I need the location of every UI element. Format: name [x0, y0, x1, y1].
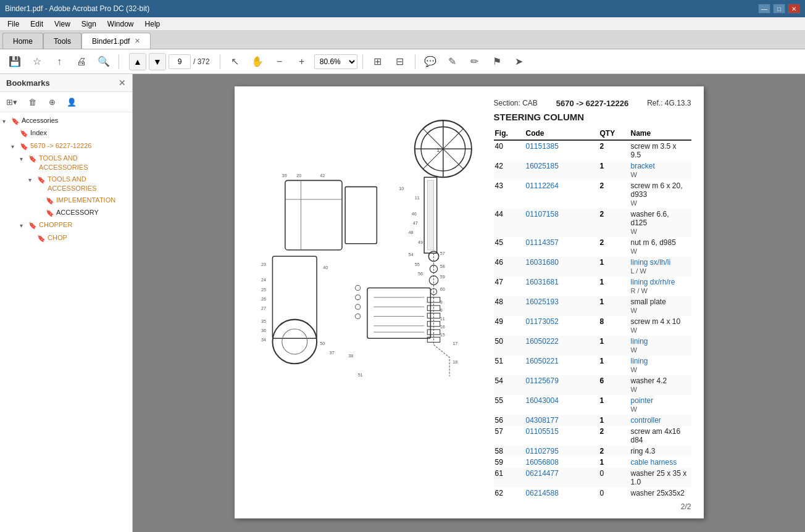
cell-code[interactable]: 01105515 [525, 426, 599, 446]
svg-text:11: 11 [440, 317, 444, 322]
sidebar-close-button[interactable]: ✕ [119, 78, 126, 88]
cell-qty: 1 [599, 276, 630, 296]
hand-icon: ✋ [251, 56, 264, 67]
cell-code[interactable]: 01107158 [525, 209, 599, 237]
window-controls: — □ ✕ [758, 4, 800, 14]
zoom-out-icon: − [277, 56, 282, 67]
svg-text:8: 8 [440, 308, 442, 313]
expand-icon [28, 233, 37, 235]
svg-text:16: 16 [440, 325, 444, 330]
page-number-input[interactable]: 9 [169, 54, 191, 69]
nav-up-button[interactable]: ▲ [129, 53, 146, 70]
cell-code[interactable]: 01114357 [525, 237, 599, 257]
cell-code[interactable]: 01151385 [525, 140, 599, 160]
expand-icon: ▾ [28, 175, 37, 185]
navigation-controls: ▲ ▼ 9 / 372 [129, 53, 210, 70]
sidebar-layout-button[interactable]: ⊞▾ [4, 94, 21, 109]
menu-view[interactable]: View [49, 19, 75, 30]
cursor-tool-button[interactable]: ↖ [225, 52, 245, 71]
zoom-in-button[interactable]: + [292, 52, 312, 71]
tab-tools[interactable]: Tools [43, 33, 81, 49]
sidebar-delete-button[interactable]: 🗑 [23, 94, 41, 109]
cell-code[interactable]: 06214588 [525, 488, 599, 499]
fill-sign-button[interactable]: ✎ [443, 52, 462, 71]
cell-qty: 1 [599, 457, 630, 468]
cell-code[interactable]: 16025185 [525, 160, 599, 180]
cell-code[interactable]: 01102795 [525, 446, 599, 457]
cell-code[interactable]: 16025193 [525, 296, 599, 316]
cell-code[interactable]: 16043004 [525, 395, 599, 415]
bookmark-5670[interactable]: ▾ 🔖 5670 -> 6227-12226 [0, 140, 132, 152]
svg-text:56: 56 [417, 272, 422, 276]
fit-button[interactable]: ⊞ [368, 52, 388, 71]
share-button[interactable]: ↑ [49, 52, 69, 71]
bookmark-outline-icon: 🔖 [46, 196, 54, 206]
cell-code[interactable]: 16031681 [525, 276, 599, 296]
svg-text:36: 36 [261, 328, 266, 333]
cell-code[interactable]: 16050222 [525, 336, 599, 355]
sidebar-add-button[interactable]: ⊕ [43, 94, 60, 109]
pen-icon: ✏ [470, 56, 478, 67]
cell-name: screw am 4x16 d84 [630, 426, 691, 446]
save-button[interactable]: 💾 [5, 52, 25, 71]
cell-code[interactable]: 16056808 [525, 457, 599, 468]
zoom-out-button[interactable]: − [270, 52, 290, 71]
bookmark-implementation[interactable]: 🔖 IMPLEMENTATION [0, 194, 132, 207]
highlight-button[interactable]: ⚑ [487, 52, 507, 71]
tools-view-button[interactable]: ⊟ [390, 52, 410, 71]
comment-button[interactable]: 💬 [420, 52, 440, 71]
bookmark-tools-accessories-sub[interactable]: ▾ 🔖 TOOLS AND ACCESSORIES [0, 173, 132, 194]
cell-code[interactable]: 06214477 [525, 468, 599, 488]
menu-edit[interactable]: Edit [25, 19, 48, 30]
menu-window[interactable]: Window [102, 19, 139, 30]
maximize-button[interactable]: □ [773, 4, 785, 14]
cell-qty: 1 [599, 415, 630, 426]
cell-code[interactable]: 16050221 [525, 355, 599, 375]
hand-tool-button[interactable]: ✋ [248, 52, 267, 71]
zoom-level-select[interactable]: 80.6% 50% 75% 100% 125% 150% [314, 54, 357, 69]
cell-qty: 2 [599, 446, 630, 457]
cell-qty: 1 [599, 296, 630, 316]
cell-name: bracketW [630, 160, 691, 180]
pen-button[interactable]: ✏ [465, 52, 485, 71]
cell-name: nut m 6, d985W [630, 237, 691, 257]
nav-down-button[interactable]: ▼ [149, 53, 166, 70]
menu-sign[interactable]: Sign [77, 19, 101, 30]
window-title: Binder1.pdf - Adobe Acrobat Pro DC (32-b… [5, 4, 758, 13]
tab-close-icon[interactable]: ✕ [135, 37, 140, 45]
pdf-area[interactable]: 1 10 11 46 47 48 49 54 55 56 [133, 74, 805, 532]
svg-point-34 [355, 314, 360, 318]
cell-code[interactable]: 01125679 [525, 375, 599, 395]
bookmark-button[interactable]: ☆ [27, 52, 47, 71]
sidebar-header: Bookmarks ✕ [0, 74, 132, 92]
menu-file[interactable]: File [2, 19, 24, 30]
cell-qty: 0 [599, 468, 630, 488]
close-button[interactable]: ✕ [788, 4, 800, 14]
bookmark-chop[interactable]: 🔖 CHOP [0, 232, 132, 244]
tab-bar: Home Tools Binder1.pdf ✕ [0, 31, 805, 49]
bookmark-index[interactable]: 🔖 Index [0, 127, 132, 139]
bookmark-accessory[interactable]: 🔖 ACCESSORY [0, 207, 132, 219]
search-button[interactable]: 🔍 [94, 52, 114, 71]
cell-code[interactable]: 04308177 [525, 415, 599, 426]
cell-fig: 43 [494, 180, 525, 209]
bookmark-accessories[interactable]: ▾ 🔖 Accessories [0, 115, 132, 127]
minimize-button[interactable]: — [758, 4, 770, 14]
svg-point-32 [355, 295, 360, 300]
print-button[interactable]: 🖨 [72, 52, 91, 71]
bookmarks-tree[interactable]: ▾ 🔖 Accessories 🔖 Index ▾ 🔖 5670 -> 6227… [0, 112, 132, 532]
cell-code[interactable]: 16031680 [525, 257, 599, 276]
sidebar-user-button[interactable]: 👤 [63, 94, 80, 109]
cell-code[interactable]: 01112264 [525, 180, 599, 209]
bookmark-label: Index [30, 128, 127, 138]
tab-home-label: Home [13, 37, 33, 46]
cell-code[interactable]: 01173052 [525, 316, 599, 336]
separator-1 [119, 54, 119, 69]
table-row: 51160502211liningW [494, 355, 691, 375]
menu-help[interactable]: Help [140, 19, 165, 30]
bookmark-tools-accessories[interactable]: ▾ 🔖 TOOLS AND ACCESSORIES [0, 152, 132, 173]
send-button[interactable]: ➤ [509, 52, 529, 71]
tab-document[interactable]: Binder1.pdf ✕ [81, 33, 151, 49]
tab-home[interactable]: Home [2, 33, 43, 49]
bookmark-chopper[interactable]: ▾ 🔖 CHOPPER [0, 219, 132, 231]
